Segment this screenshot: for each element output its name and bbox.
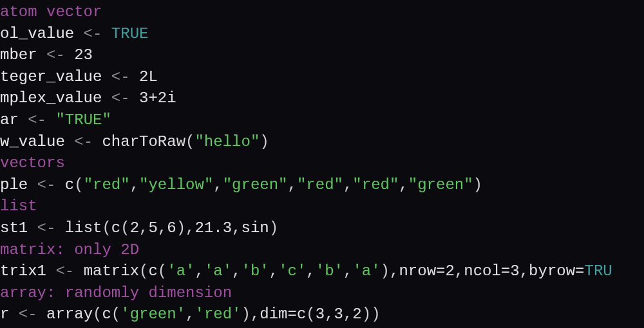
code-line-16: factor: like set() in python	[0, 325, 644, 328]
string-arg: "green"	[408, 176, 473, 194]
number-arg: 2	[352, 305, 361, 323]
number-arg: 2	[130, 219, 139, 237]
comma: ,	[213, 176, 222, 194]
comment-text: array: randomly dimension	[0, 284, 232, 302]
assign-operator: <-	[102, 68, 139, 86]
code-line-9: ple <- c("red","yellow","green","red","r…	[0, 174, 644, 196]
code-line-6: ar <- "TRUE"	[0, 109, 644, 131]
comma: ,	[269, 262, 278, 280]
number-value: 23	[74, 46, 93, 64]
string-arg: "hello"	[194, 133, 260, 150]
comma: ,	[194, 262, 204, 280]
string-arg: "red"	[84, 176, 130, 194]
string-arg: 'a'	[352, 262, 380, 280]
paren-open: (	[93, 305, 102, 323]
comma: ,	[288, 176, 297, 194]
code-line-1: atom vector	[0, 1, 644, 23]
function-call: c	[297, 305, 306, 323]
paren-close: )	[260, 133, 269, 150]
function-call: c	[65, 176, 74, 194]
comma: ,	[520, 262, 529, 280]
function-call: c	[102, 305, 111, 323]
variable-name: r	[0, 305, 9, 323]
comma: ,	[232, 219, 241, 237]
symbol-arg: sin	[242, 219, 269, 237]
paren-open: (	[74, 176, 83, 194]
comma: ,	[232, 262, 241, 280]
string-arg: "red"	[352, 176, 399, 194]
number-value: 3	[510, 262, 519, 280]
paren-open: (	[139, 262, 148, 280]
comma: ,	[130, 176, 139, 194]
string-arg: 'a'	[167, 262, 194, 280]
paren-close: )	[362, 305, 371, 323]
comment-text: matrix: only 2D	[0, 241, 139, 259]
named-arg: dim=	[260, 305, 297, 323]
variable-name: mber	[0, 46, 37, 64]
comma: ,	[390, 262, 399, 280]
boolean-value: TRU	[585, 262, 612, 280]
code-line-5: mplex_value <- 3+2i	[0, 87, 644, 109]
paren-close: )	[371, 305, 380, 323]
number-arg: 6	[167, 219, 176, 237]
comma: ,	[343, 262, 352, 280]
paren-close: )	[242, 305, 251, 323]
assign-operator: <-	[19, 111, 56, 129]
variable-name: st1	[0, 219, 28, 237]
assign-operator: <-	[37, 46, 75, 64]
string-arg: 'a'	[204, 262, 232, 280]
comma: ,	[455, 262, 464, 280]
comment-text: vectors	[0, 154, 65, 172]
string-arg: "yellow"	[139, 176, 213, 194]
paren-open: (	[102, 219, 111, 237]
function-call: c	[111, 219, 120, 237]
string-arg: 'b'	[316, 262, 343, 280]
comma: ,	[343, 305, 352, 323]
number-arg: 21.3	[195, 219, 232, 237]
code-line-10: list	[0, 196, 644, 217]
code-line-15: r <- array(c('green','red'),dim=c(3,3,2)…	[0, 304, 644, 325]
code-line-13: trix1 <- matrix(c('a','a','b','c','b','a…	[0, 260, 644, 282]
variable-name: trix1	[0, 262, 46, 280]
complex-value: 3+2i	[139, 89, 176, 107]
assign-operator: <-	[102, 89, 139, 107]
paren-close: )	[381, 262, 390, 280]
integer-value: 2L	[139, 68, 158, 86]
variable-name: ar	[0, 111, 19, 129]
paren-close: )	[473, 176, 482, 194]
code-line-14: array: randomly dimension	[0, 282, 644, 304]
paren-open: (	[120, 219, 129, 237]
code-line-2: ol_value <- TRUE	[0, 23, 644, 45]
variable-name: mplex_value	[0, 89, 102, 107]
paren-close: )	[176, 219, 185, 237]
variable-name: teger_value	[0, 68, 102, 86]
comma: ,	[251, 305, 260, 323]
code-editor[interactable]: atom vector ol_value <- TRUE mber <- 23 …	[0, 1, 644, 328]
number-arg: 3	[334, 305, 343, 323]
comma: ,	[139, 219, 148, 237]
assign-operator: <-	[74, 25, 111, 42]
paren-open: (	[158, 262, 167, 280]
comma: ,	[306, 262, 315, 280]
function-call: list	[65, 219, 102, 237]
number-value: 2	[445, 262, 454, 280]
variable-name: ple	[0, 176, 28, 194]
code-line-8: vectors	[0, 152, 644, 174]
string-arg: "red"	[297, 176, 343, 194]
assign-operator: <-	[28, 176, 65, 194]
string-value: "TRUE"	[55, 111, 111, 129]
comment-text: atom vector	[0, 3, 102, 21]
comma: ,	[185, 305, 194, 323]
named-arg: nrow=	[399, 262, 445, 280]
named-arg: byrow=	[529, 262, 584, 280]
code-line-3: mber <- 23	[0, 44, 644, 66]
code-line-4: teger_value <- 2L	[0, 66, 644, 88]
named-arg: ncol=	[464, 262, 510, 280]
paren-open: (	[185, 133, 194, 150]
function-call: charToRaw	[102, 133, 185, 150]
comma: ,	[185, 219, 194, 237]
assign-operator: <-	[28, 219, 65, 237]
paren-close: )	[269, 219, 278, 237]
string-arg: 'b'	[242, 262, 269, 280]
assign-operator: <-	[9, 305, 46, 323]
